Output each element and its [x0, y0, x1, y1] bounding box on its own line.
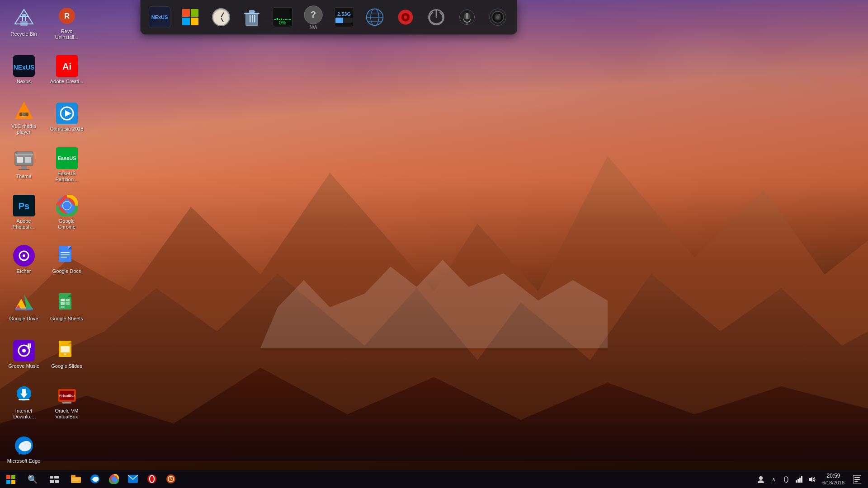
svg-point-95 — [499, 14, 500, 16]
desktop-icon-internet-download[interactable]: Internet Downlo... — [5, 382, 43, 422]
svg-rect-96 — [50, 476, 53, 479]
desktop-icon-revo[interactable]: R Revo Uninstall... — [47, 2, 86, 43]
taskbar-time-manager[interactable] — [162, 470, 180, 488]
taskbar-system-tray: ∧ — [752, 470, 868, 488]
svg-rect-67 — [62, 402, 71, 404]
svg-rect-124 — [854, 481, 858, 482]
svg-rect-4 — [19, 16, 28, 17]
dock-help[interactable]: ? N/A — [299, 3, 328, 32]
desktop-icon-vlc[interactable]: ||| VLC media player — [5, 97, 43, 138]
desktop-icon-camtasia[interactable]: Camtasia 2018 — [47, 97, 86, 138]
svg-text:?: ? — [311, 9, 316, 19]
svg-rect-119 — [801, 476, 802, 483]
desktop-icon-theme[interactable]: Theme — [5, 145, 43, 185]
taskbar-notification[interactable] — [850, 470, 864, 488]
svg-rect-97 — [54, 476, 59, 479]
svg-rect-73 — [252, 15, 253, 23]
desktop-icon-oracle-vm[interactable]: VirtualBox Oracle VM VirtualBox — [47, 382, 86, 422]
svg-rect-56 — [29, 343, 31, 348]
svg-point-33 — [23, 254, 25, 257]
desktop-icon-google-sheets[interactable]: Google Sheets — [47, 287, 86, 328]
desktop-icon-nexus[interactable]: NExUS Nexus — [5, 50, 43, 90]
svg-rect-116 — [796, 480, 797, 483]
svg-rect-72 — [250, 15, 251, 23]
svg-rect-101 — [71, 477, 75, 479]
tray-network[interactable] — [793, 473, 804, 486]
taskbar: 🔍 — [0, 470, 868, 488]
svg-rect-102 — [72, 479, 80, 479]
svg-point-30 — [63, 202, 71, 210]
desktop-icon-google-drive[interactable]: Google Drive — [5, 287, 43, 328]
tray-chevron-up[interactable]: ∧ — [768, 473, 779, 486]
dock-memory[interactable]: 2.53G — [330, 3, 359, 32]
taskbar-chrome[interactable] — [105, 470, 123, 488]
desktop-icon-photoshop[interactable]: Ps Adobe Photosh... — [5, 192, 43, 233]
desktop: Recycle Bin R Revo Uninstall... NExUS Ne… — [0, 0, 868, 488]
svg-rect-74 — [254, 15, 255, 23]
svg-rect-22 — [21, 166, 27, 169]
dock-nexus-logo[interactable]: NExUS — [145, 3, 174, 32]
svg-rect-70 — [244, 13, 259, 14]
svg-text:|||: ||| — [22, 112, 26, 117]
taskbar-file-explorer[interactable] — [67, 470, 85, 488]
dock-camera[interactable] — [483, 3, 512, 32]
svg-rect-47 — [61, 299, 65, 301]
dock-clock[interactable] — [207, 3, 236, 32]
svg-text:VirtualBox: VirtualBox — [58, 394, 75, 398]
taskbar-apps — [65, 470, 752, 488]
desktop-icon-google-docs[interactable]: Google Docs — [47, 239, 86, 280]
taskbar-start-button[interactable] — [0, 470, 22, 488]
desktop-icon-chrome[interactable]: Google Chrome — [47, 192, 86, 233]
dock-recording[interactable] — [453, 3, 481, 32]
svg-rect-19 — [15, 154, 33, 155]
svg-rect-20 — [17, 157, 23, 163]
svg-rect-98 — [50, 480, 54, 483]
desktop-icon-groove[interactable]: Groove Music — [5, 334, 43, 375]
desktop-icon-etcher[interactable]: Etcher — [5, 239, 43, 280]
tray-time[interactable]: 20:59 6/18/2018 — [819, 473, 848, 486]
svg-rect-55 — [28, 343, 29, 349]
svg-text:Ps: Ps — [18, 201, 29, 211]
dock-windows-start[interactable] — [176, 3, 205, 32]
desktop-icon-easeus[interactable]: EaseUS EaseUS Partition... — [47, 145, 86, 185]
svg-point-114 — [759, 476, 763, 480]
taskbar-mail[interactable] — [124, 470, 142, 488]
svg-rect-59 — [61, 346, 70, 352]
svg-text:EaseUS: EaseUS — [57, 155, 76, 161]
svg-point-54 — [22, 349, 26, 352]
svg-rect-99 — [55, 480, 59, 483]
tray-volume[interactable] — [806, 473, 817, 486]
svg-rect-123 — [854, 479, 860, 480]
svg-text:NExUS: NExUS — [13, 64, 34, 71]
desktop-icon-google-slides[interactable]: Google Slides — [47, 334, 86, 375]
taskbar-opera[interactable] — [143, 470, 161, 488]
tray-people[interactable] — [755, 473, 766, 486]
svg-rect-23 — [19, 169, 29, 170]
svg-text:Ai: Ai — [62, 61, 71, 71]
svg-rect-63 — [19, 399, 29, 400]
dock-mail[interactable] — [391, 3, 420, 32]
nexus-dock: NExUS — [140, 0, 517, 35]
tray-ink[interactable] — [781, 473, 792, 486]
taskbar-search-button[interactable]: 🔍 — [22, 470, 43, 488]
svg-rect-1 — [20, 21, 28, 26]
desktop-icon-recycle-bin[interactable]: Recycle Bin — [5, 2, 43, 43]
taskbar-task-view[interactable] — [43, 470, 65, 488]
svg-rect-122 — [854, 477, 860, 478]
dock-cpu-meter[interactable]: 0% — [268, 3, 297, 32]
svg-rect-5 — [22, 14, 26, 16]
svg-rect-62 — [22, 389, 26, 395]
dock-power[interactable] — [422, 3, 451, 32]
svg-rect-89 — [466, 13, 468, 19]
svg-marker-120 — [809, 477, 812, 482]
desktop-icon-adobe[interactable]: Ai Adobe Creati... — [47, 50, 86, 90]
dock-network[interactable] — [360, 3, 389, 32]
desktop-icon-edge[interactable]: Microsoft Edge — [5, 429, 43, 470]
svg-rect-44 — [15, 308, 33, 310]
svg-rect-48 — [66, 299, 70, 301]
svg-rect-117 — [797, 479, 799, 483]
taskbar-edge[interactable] — [86, 470, 104, 488]
svg-rect-60 — [64, 353, 66, 355]
dock-recycle-bin[interactable] — [237, 3, 266, 32]
svg-rect-49 — [61, 302, 65, 305]
